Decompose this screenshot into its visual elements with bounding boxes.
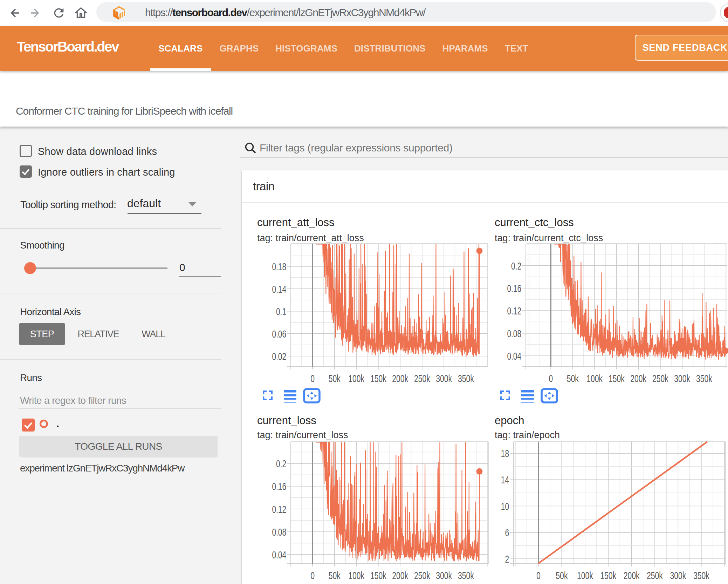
svg-text:2: 2 xyxy=(505,554,509,565)
svg-text:200k: 200k xyxy=(392,373,408,384)
svg-text:100k: 100k xyxy=(348,373,364,384)
svg-text:200k: 200k xyxy=(630,373,646,384)
svg-text:0.2: 0.2 xyxy=(276,458,286,469)
svg-text:epoch: epoch xyxy=(495,414,524,427)
svg-text:350k: 350k xyxy=(458,373,474,384)
svg-text:0: 0 xyxy=(549,373,553,384)
svg-text:0.06: 0.06 xyxy=(272,328,286,340)
svg-text:current_loss: current_loss xyxy=(257,414,316,427)
svg-text:10: 10 xyxy=(501,501,509,512)
svg-text:150k: 150k xyxy=(609,373,625,384)
svg-text:current_ctc_loss: current_ctc_loss xyxy=(495,216,574,229)
svg-text:200k: 200k xyxy=(624,570,640,581)
svg-text:250k: 250k xyxy=(414,570,430,581)
svg-text:0.1: 0.1 xyxy=(276,306,286,317)
svg-text:350k: 350k xyxy=(458,570,474,581)
svg-text:300k: 300k xyxy=(436,570,452,581)
svg-text:300k: 300k xyxy=(674,373,690,384)
svg-text:250k: 250k xyxy=(652,373,668,384)
svg-text:100k: 100k xyxy=(348,570,364,581)
svg-text:0: 0 xyxy=(310,570,315,581)
svg-text:300k: 300k xyxy=(436,373,452,384)
svg-text:350k: 350k xyxy=(696,373,712,384)
svg-text:250k: 250k xyxy=(647,570,663,581)
svg-text:6: 6 xyxy=(505,527,509,538)
svg-text:tag: train/current_ctc_loss: tag: train/current_ctc_loss xyxy=(495,233,603,243)
svg-text:0.08: 0.08 xyxy=(272,527,286,538)
svg-text:0.18: 0.18 xyxy=(272,261,286,272)
svg-text:0.12: 0.12 xyxy=(272,504,286,515)
svg-text:tag: train/epoch: tag: train/epoch xyxy=(495,430,560,440)
svg-text:0.2: 0.2 xyxy=(511,260,521,272)
svg-text:150k: 150k xyxy=(600,570,616,581)
svg-text:50k: 50k xyxy=(329,570,341,581)
svg-text:50k: 50k xyxy=(329,373,341,384)
svg-text:current_att_loss: current_att_loss xyxy=(257,216,335,229)
svg-text:100k: 100k xyxy=(577,570,593,581)
svg-text:0: 0 xyxy=(310,373,315,384)
svg-text:150k: 150k xyxy=(370,570,386,581)
svg-text:0.12: 0.12 xyxy=(507,305,521,317)
svg-text:250k: 250k xyxy=(414,373,430,384)
svg-text:300k: 300k xyxy=(670,570,686,581)
svg-text:50k: 50k xyxy=(556,570,568,581)
svg-text:0.14: 0.14 xyxy=(272,284,286,295)
svg-text:0: 0 xyxy=(536,570,541,581)
svg-text:tag: train/current_att_loss: tag: train/current_att_loss xyxy=(257,233,364,243)
svg-text:0.16: 0.16 xyxy=(507,283,521,294)
svg-text:0.08: 0.08 xyxy=(507,328,521,339)
svg-text:0.04: 0.04 xyxy=(272,549,286,561)
svg-text:18: 18 xyxy=(501,448,509,459)
svg-text:150k: 150k xyxy=(370,373,386,384)
svg-text:0.16: 0.16 xyxy=(272,481,286,492)
svg-text:350k: 350k xyxy=(693,570,709,581)
svg-text:100k: 100k xyxy=(586,373,603,384)
svg-text:200k: 200k xyxy=(392,570,408,581)
svg-text:50k: 50k xyxy=(567,373,579,384)
svg-text:0.04: 0.04 xyxy=(507,351,521,362)
svg-text:tag: train/current_loss: tag: train/current_loss xyxy=(257,430,348,440)
svg-text:14: 14 xyxy=(501,474,509,485)
svg-text:0.02: 0.02 xyxy=(272,351,286,362)
